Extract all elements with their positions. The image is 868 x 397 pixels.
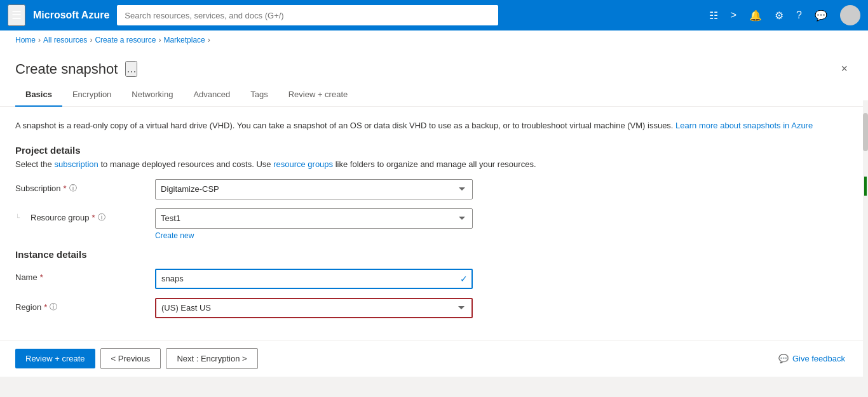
resource-group-control: Test1 Create new [155,208,473,240]
scrollbar-thumb[interactable] [863,113,868,151]
description-text: A snapshot is a read-only copy of a virt… [15,119,853,132]
give-feedback-button[interactable]: 💬 Give feedback [771,349,853,368]
settings-icon[interactable]: ⚙ [770,4,789,27]
region-row: Region * ⓘ (US) East US [15,298,853,318]
subscription-label: Subscription [15,184,61,193]
scrollbar-track[interactable] [863,100,868,377]
name-label: Name [15,273,37,282]
bottom-bar: Review + create < Previous Next : Encryp… [0,340,868,377]
main-panel: Create snapshot ... × Basics Encryption … [0,50,868,377]
project-details-title: Project details [15,145,853,156]
learn-more-link[interactable]: Learn more about snapshots in Azure [675,121,813,130]
name-required: * [40,273,43,282]
region-info-icon[interactable]: ⓘ [50,302,57,313]
brand-name: Microsoft Azure [33,10,109,21]
region-label-col: Region * ⓘ [15,298,155,313]
resource-group-label-col: └ Resource group * ⓘ [15,208,155,223]
topbar: ☰ Microsoft Azure ☷ > 🔔 ⚙ ? 💬 [0,0,868,30]
help-icon[interactable]: ? [791,4,807,26]
feedback-icon[interactable]: 💬 [810,4,832,27]
scrollbar-green-indicator [864,177,867,196]
region-select[interactable]: (US) East US [155,298,473,318]
tab-networking[interactable]: Networking [121,83,183,107]
panel-more-options[interactable]: ... [125,61,137,77]
subscription-label-col: Subscription * ⓘ [15,179,155,194]
search-input[interactable] [117,5,498,25]
resource-group-label: Resource group [31,213,90,222]
breadcrumb-all-resources[interactable]: All resources [43,36,87,44]
feedback-label: Give feedback [792,354,845,363]
tab-advanced[interactable]: Advanced [183,83,240,107]
next-button[interactable]: Next : Encryption > [166,348,257,369]
region-label: Region [15,302,41,312]
review-create-button[interactable]: Review + create [15,349,95,368]
create-new-link[interactable]: Create new [155,231,194,240]
name-input[interactable] [155,269,473,289]
project-details-desc: Select the subscription to manage deploy… [15,159,853,169]
notification-icon[interactable]: 🔔 [744,4,767,27]
resource-group-info-icon[interactable]: ⓘ [98,212,105,223]
instance-details-title: Instance details [15,249,853,260]
breadcrumb-marketplace[interactable]: Marketplace [163,36,205,44]
name-label-col: Name * [15,269,155,282]
panel-close-button[interactable]: × [836,60,853,78]
cloud-shell-icon[interactable]: > [726,4,742,26]
name-input-wrapper: ✓ [155,269,473,289]
subscription-info-icon[interactable]: ⓘ [69,183,77,194]
tab-review-create[interactable]: Review + create [278,83,358,107]
breadcrumb-home[interactable]: Home [15,36,36,44]
panel-title: Create snapshot [15,61,118,77]
topbar-icons: ☷ > 🔔 ⚙ ? 💬 [704,4,860,27]
name-check-icon: ✓ [460,274,468,284]
previous-button[interactable]: < Previous [100,348,161,369]
tab-tags[interactable]: Tags [240,83,278,107]
breadcrumb-create-resource[interactable]: Create a resource [95,36,156,44]
resource-group-row: └ Resource group * ⓘ Test1 Create new [15,208,853,240]
tab-basics[interactable]: Basics [15,83,62,107]
name-control: ✓ [155,269,473,289]
breadcrumb: Home › All resources › Create a resource… [0,30,868,50]
content-area: A snapshot is a read-only copy of a virt… [0,107,868,340]
resource-groups-link[interactable]: resource groups [273,159,333,169]
subscription-control: Digitamize-CSP [155,179,473,199]
portal-icon[interactable]: ☷ [704,4,723,27]
region-control: (US) East US [155,298,473,318]
subscription-select[interactable]: Digitamize-CSP [155,179,473,199]
avatar[interactable] [840,5,860,25]
feedback-icon: 💬 [778,354,789,363]
panel-title-row: Create snapshot ... [15,61,137,77]
project-details-section: Project details Select the subscription … [15,145,853,240]
hamburger-icon[interactable]: ☰ [8,4,25,26]
tab-encryption[interactable]: Encryption [62,83,121,107]
subscription-row: Subscription * ⓘ Digitamize-CSP [15,179,853,199]
tabs-container: Basics Encryption Networking Advanced Ta… [0,83,868,107]
name-row: Name * ✓ [15,269,853,289]
subscription-required: * [64,184,67,193]
subscription-link[interactable]: subscription [54,159,98,169]
region-required: * [44,302,47,312]
resource-group-select[interactable]: Test1 [155,208,473,229]
resource-group-required: * [92,213,95,222]
panel-header: Create snapshot ... × [0,50,868,83]
description-text-main: A snapshot is a read-only copy of a virt… [15,121,675,130]
instance-details-section: Instance details Name * ✓ Region [15,249,853,318]
